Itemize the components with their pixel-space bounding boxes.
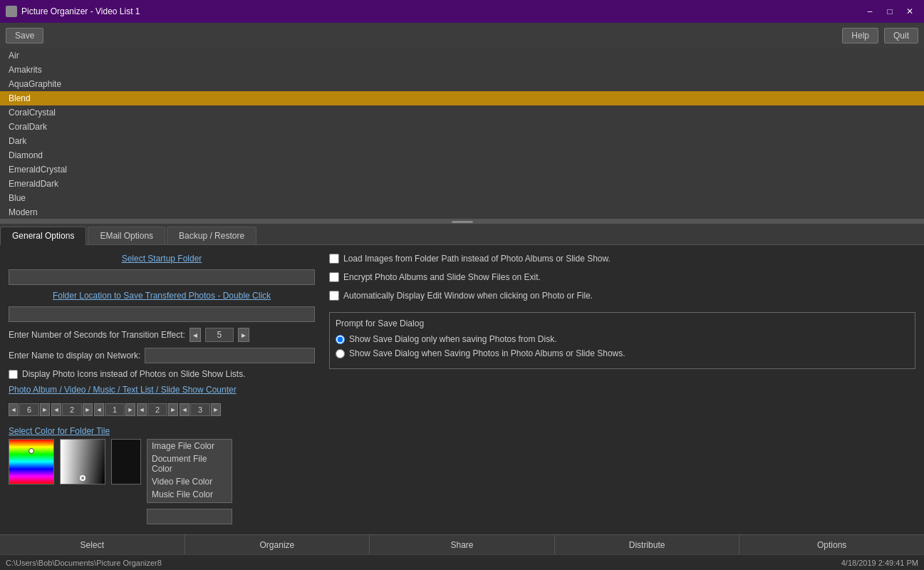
color-preview [111, 439, 141, 484]
radio-saveFromAlbum: Show Save Dialog when Saving Photos in P… [336, 348, 909, 358]
folder-location-link[interactable]: Folder Location to Save Transfered Photo… [9, 291, 315, 301]
startup-folder-input[interactable] [9, 269, 315, 285]
status-bar: SelectOrganizeShareDistributeOptions [0, 534, 924, 554]
title-bar: Picture Organizer - Video List 1 – □ ✕ [0, 0, 924, 23]
status-distribute[interactable]: Distribute [555, 535, 740, 554]
counter-value-2[interactable] [105, 403, 125, 416]
checkbox-autoDisplayEdit: Automatically Display Edit Window when c… [329, 291, 915, 301]
toolbar: Save Help Quit [0, 23, 924, 48]
theme-item-diamond[interactable]: Diamond [0, 148, 924, 162]
quit-button[interactable]: Quit [884, 28, 918, 43]
theme-item-coralcrystal[interactable]: CoralCrystal [0, 105, 924, 120]
counter-link[interactable]: Photo Album / Video / Music / Text List … [9, 385, 315, 395]
checkbox-loadImages: Load Images from Folder Path instead of … [329, 254, 915, 264]
window-controls: – □ ✕ [861, 4, 918, 19]
transition-inc-button[interactable]: ► [238, 328, 249, 342]
theme-section: AirAmakritsAquaGraphiteBlendCoralCrystal… [0, 48, 924, 219]
theme-list[interactable]: AirAmakritsAquaGraphiteBlendCoralCrystal… [0, 48, 924, 219]
transition-dec-button[interactable]: ◄ [190, 328, 201, 342]
counter-next-0[interactable]: ► [40, 403, 50, 416]
theme-item-dark[interactable]: Dark [0, 134, 924, 148]
tab-backup---restore[interactable]: Backup / Restore [167, 227, 256, 244]
counter-next-2[interactable]: ► [125, 403, 135, 416]
counter-prev-4[interactable]: ◄ [180, 403, 190, 416]
checkbox-encryptPhotos: Encrypt Photo Albums and Slide Show File… [329, 272, 915, 282]
radio-input-saveFromDisk[interactable] [336, 335, 345, 344]
theme-item-amakrits[interactable]: Amakrits [0, 63, 924, 77]
counter-value-4[interactable] [190, 403, 210, 416]
radio-label-saveFromDisk: Show Save Dialog only when saving Photos… [349, 334, 556, 344]
counter-value-0[interactable] [19, 403, 39, 416]
color-selector-link[interactable]: Select Color for Folder Tile [9, 426, 110, 436]
checkbox-input-encryptPhotos[interactable] [329, 272, 339, 282]
theme-item-coraldark[interactable]: CoralDark [0, 120, 924, 134]
hue-handle [28, 448, 34, 454]
color-item-document-file-color[interactable]: Document File Color [147, 452, 232, 475]
select-startup-folder-link[interactable]: Select Startup Folder [122, 254, 202, 264]
tab-email-options[interactable]: EMail Options [88, 227, 165, 244]
datetime-text: 4/18/2019 2:49:41 PM [841, 559, 918, 567]
status-organize[interactable]: Organize [185, 535, 370, 554]
counter-next-4[interactable]: ► [211, 403, 221, 416]
sat-handle [80, 475, 85, 481]
folder-location-input[interactable] [9, 306, 315, 322]
hex-color-input[interactable] [147, 509, 232, 524]
network-row: Enter Name to display on Network: [9, 348, 315, 363]
toolbar-left: Save [6, 28, 43, 43]
counter-next-3[interactable]: ► [168, 403, 178, 416]
counter-prev-1[interactable]: ◄ [51, 403, 61, 416]
checkbox-input-loadImages[interactable] [329, 254, 339, 264]
color-item-image-file-color[interactable]: Image File Color [147, 440, 232, 452]
window-title: Picture Organizer - Video List 1 [21, 6, 140, 16]
theme-item-emeralddark[interactable]: EmeraldDark [0, 177, 924, 191]
color-item-video-file-color[interactable]: Video File Color [147, 475, 232, 488]
transition-value-input[interactable] [205, 328, 234, 342]
hue-canvas[interactable] [9, 439, 54, 484]
theme-item-aquagraphite[interactable]: AquaGraphite [0, 77, 924, 91]
app-icon [6, 6, 17, 17]
checkbox-label-loadImages: Load Images from Folder Path instead of … [343, 254, 611, 264]
radio-label-saveFromAlbum: Show Save Dialog when Saving Photos in P… [349, 348, 625, 358]
photo-icons-row: Display Photo Icons instead of Photos on… [9, 369, 315, 379]
counter-next-1[interactable]: ► [83, 403, 93, 416]
counters-row: ◄►◄►◄►◄►◄► [9, 403, 315, 416]
saturation-canvas[interactable] [60, 439, 105, 484]
counter-prev-3[interactable]: ◄ [137, 403, 147, 416]
save-button[interactable]: Save [6, 28, 43, 43]
status-select[interactable]: Select [0, 535, 185, 554]
minimize-button[interactable]: – [861, 4, 878, 19]
counter-value-3[interactable] [147, 403, 167, 416]
status-options[interactable]: Options [739, 535, 924, 554]
theme-item-blend[interactable]: Blend [0, 91, 924, 105]
prompt-box: Prompt for Save DialogShow Save Dialog o… [329, 312, 915, 369]
checkbox-input-autoDisplayEdit[interactable] [329, 291, 339, 301]
network-name-input[interactable] [145, 348, 315, 363]
counter-group-3: ◄► [137, 403, 178, 416]
color-item-music-file-color[interactable]: Music File Color [147, 488, 232, 501]
color-item-sound-file-color[interactable]: Sound File Color [147, 501, 232, 503]
title-bar-left: Picture Organizer - Video List 1 [6, 6, 140, 17]
network-label: Enter Name to display on Network: [9, 351, 140, 361]
tab-general-options[interactable]: General Options [0, 227, 86, 245]
checkbox-label-encryptPhotos: Encrypt Photo Albums and Slide Show File… [343, 272, 541, 282]
status-share[interactable]: Share [370, 535, 555, 554]
checkbox-label-autoDisplayEdit: Automatically Display Edit Window when c… [343, 291, 593, 301]
photo-icons-checkbox[interactable] [9, 370, 18, 379]
close-button[interactable]: ✕ [901, 4, 918, 19]
counter-group-0: ◄► [9, 403, 50, 416]
right-column: Load Images from Folder Path instead of … [329, 254, 915, 526]
color-list-container: Image File ColorDocument File ColorVideo… [147, 439, 315, 524]
theme-item-blue[interactable]: Blue [0, 191, 924, 205]
theme-item-modern[interactable]: Modern [0, 205, 924, 219]
counter-prev-2[interactable]: ◄ [94, 403, 104, 416]
counter-prev-0[interactable]: ◄ [9, 403, 19, 416]
radio-input-saveFromAlbum[interactable] [336, 349, 345, 358]
color-list[interactable]: Image File ColorDocument File ColorVideo… [147, 439, 232, 503]
color-section: Select Color for Folder Tile [9, 426, 315, 524]
help-button[interactable]: Help [842, 28, 878, 43]
counter-value-1[interactable] [62, 403, 82, 416]
maximize-button[interactable]: □ [881, 4, 898, 19]
theme-item-air[interactable]: Air [0, 48, 924, 63]
counter-group-4: ◄► [180, 403, 221, 416]
theme-item-emeraldcrystal[interactable]: EmeraldCrystal [0, 162, 924, 177]
